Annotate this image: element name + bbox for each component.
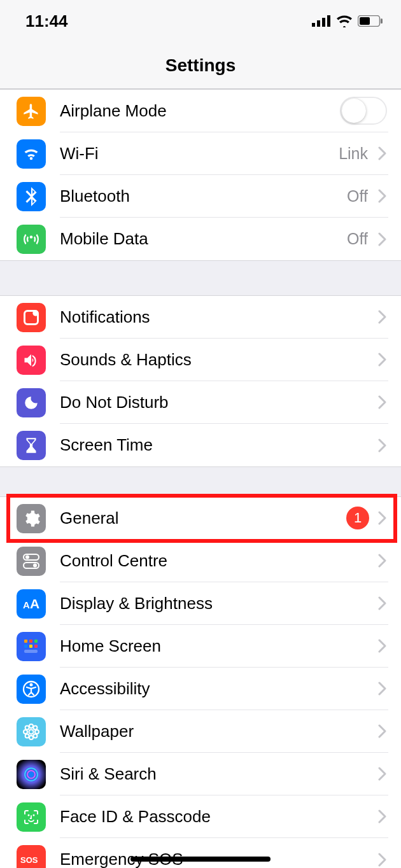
row-do-not-disturb[interactable]: Do Not Disturb bbox=[0, 381, 401, 424]
row-face-id[interactable]: Face ID & Passcode bbox=[0, 795, 401, 838]
chevron-right-icon bbox=[378, 767, 387, 781]
svg-rect-2 bbox=[322, 18, 325, 27]
flower-icon bbox=[17, 717, 46, 746]
row-emergency-sos[interactable]: SOS Emergency SOS bbox=[0, 838, 401, 868]
svg-rect-15 bbox=[24, 640, 27, 643]
row-accessibility[interactable]: Accessibility bbox=[0, 668, 401, 710]
svg-rect-18 bbox=[24, 645, 27, 648]
svg-point-34 bbox=[27, 771, 35, 778]
row-bluetooth[interactable]: Bluetooth Off bbox=[0, 175, 401, 218]
row-general[interactable]: General 1 bbox=[0, 497, 401, 540]
svg-point-31 bbox=[25, 734, 29, 738]
accessibility-icon bbox=[17, 675, 46, 704]
chevron-right-icon bbox=[378, 809, 387, 823]
chevron-right-icon bbox=[378, 639, 387, 653]
row-mobile-data[interactable]: Mobile Data Off bbox=[0, 218, 401, 260]
text-size-icon: AA bbox=[17, 589, 46, 619]
row-label: Accessibility bbox=[60, 679, 374, 699]
svg-point-36 bbox=[33, 814, 35, 816]
bluetooth-icon bbox=[17, 182, 46, 211]
notification-badge: 1 bbox=[346, 507, 369, 529]
svg-rect-21 bbox=[24, 650, 38, 653]
svg-text:SOS: SOS bbox=[20, 855, 38, 865]
chevron-right-icon bbox=[378, 554, 387, 568]
chevron-right-icon bbox=[378, 310, 387, 324]
chevron-right-icon bbox=[378, 511, 387, 525]
row-label: Sounds & Haptics bbox=[60, 350, 374, 370]
row-siri-search[interactable]: Siri & Search bbox=[0, 753, 401, 795]
row-label: Do Not Disturb bbox=[60, 393, 374, 412]
cellular-signal-icon bbox=[312, 15, 331, 27]
svg-point-35 bbox=[28, 814, 30, 816]
row-label: Display & Brightness bbox=[60, 594, 374, 613]
row-label: Wallpaper bbox=[60, 722, 374, 741]
chevron-right-icon bbox=[378, 189, 387, 203]
airplane-toggle[interactable] bbox=[340, 97, 387, 125]
svg-rect-0 bbox=[312, 23, 315, 27]
row-notifications[interactable]: Notifications bbox=[0, 296, 401, 339]
speaker-icon bbox=[17, 346, 46, 375]
svg-point-29 bbox=[25, 725, 29, 729]
hourglass-icon bbox=[17, 431, 46, 460]
svg-point-10 bbox=[25, 555, 29, 559]
svg-point-23 bbox=[30, 683, 33, 686]
status-indicators bbox=[312, 15, 383, 27]
row-label: Airplane Mode bbox=[60, 101, 340, 121]
battery-icon bbox=[358, 15, 383, 27]
svg-rect-1 bbox=[317, 20, 320, 27]
settings-group-connectivity: Airplane Mode Wi-Fi Link Bluetooth Off M… bbox=[0, 89, 401, 261]
row-label: Notifications bbox=[60, 307, 374, 327]
row-label: Wi-Fi bbox=[60, 144, 339, 164]
svg-text:A: A bbox=[23, 599, 30, 610]
row-label: General bbox=[60, 508, 346, 528]
svg-point-12 bbox=[33, 563, 37, 567]
gear-icon bbox=[17, 504, 46, 533]
row-label: Bluetooth bbox=[60, 186, 347, 206]
svg-rect-19 bbox=[29, 645, 32, 648]
row-control-centre[interactable]: Control Centre bbox=[0, 540, 401, 582]
row-sounds-haptics[interactable]: Sounds & Haptics bbox=[0, 339, 401, 381]
chevron-right-icon bbox=[378, 724, 387, 738]
chevron-right-icon bbox=[378, 395, 387, 409]
notifications-icon bbox=[17, 303, 46, 332]
settings-group-system: General 1 Control Centre AA Display & Br… bbox=[0, 496, 401, 868]
status-time: 11:44 bbox=[25, 11, 68, 31]
row-display-brightness[interactable]: AA Display & Brightness bbox=[0, 582, 401, 625]
wifi-settings-icon bbox=[17, 139, 46, 169]
chevron-right-icon bbox=[378, 353, 387, 367]
settings-group-alerts: Notifications Sounds & Haptics Do Not Di… bbox=[0, 295, 401, 467]
app-grid-icon bbox=[17, 632, 46, 661]
svg-point-25 bbox=[29, 724, 33, 728]
row-value: Off bbox=[347, 187, 368, 206]
chevron-right-icon bbox=[378, 146, 387, 160]
airplane-icon bbox=[17, 97, 46, 126]
row-home-screen[interactable]: Home Screen bbox=[0, 625, 401, 668]
row-label: Face ID & Passcode bbox=[60, 807, 374, 827]
wifi-icon bbox=[336, 15, 353, 27]
row-value: Off bbox=[347, 230, 368, 248]
antenna-icon bbox=[17, 225, 46, 254]
row-airplane-mode[interactable]: Airplane Mode bbox=[0, 90, 401, 132]
row-label: Control Centre bbox=[60, 551, 374, 571]
svg-rect-5 bbox=[360, 17, 370, 25]
svg-rect-20 bbox=[34, 645, 38, 648]
svg-point-28 bbox=[35, 730, 39, 734]
home-indicator[interactable] bbox=[130, 857, 271, 862]
chevron-right-icon bbox=[378, 853, 387, 867]
svg-point-24 bbox=[29, 729, 34, 734]
svg-text:A: A bbox=[30, 596, 39, 611]
switches-icon bbox=[17, 547, 46, 576]
group-spacer bbox=[0, 261, 401, 295]
svg-point-26 bbox=[29, 736, 33, 739]
row-screen-time[interactable]: Screen Time bbox=[0, 424, 401, 466]
svg-rect-16 bbox=[29, 640, 32, 643]
row-label: Screen Time bbox=[60, 435, 374, 455]
svg-point-30 bbox=[33, 725, 37, 729]
chevron-right-icon bbox=[378, 438, 387, 452]
row-wifi[interactable]: Wi-Fi Link bbox=[0, 132, 401, 175]
face-id-icon bbox=[17, 802, 46, 832]
svg-point-33 bbox=[25, 768, 38, 781]
chevron-right-icon bbox=[378, 232, 387, 246]
svg-rect-17 bbox=[34, 640, 38, 643]
row-wallpaper[interactable]: Wallpaper bbox=[0, 710, 401, 753]
